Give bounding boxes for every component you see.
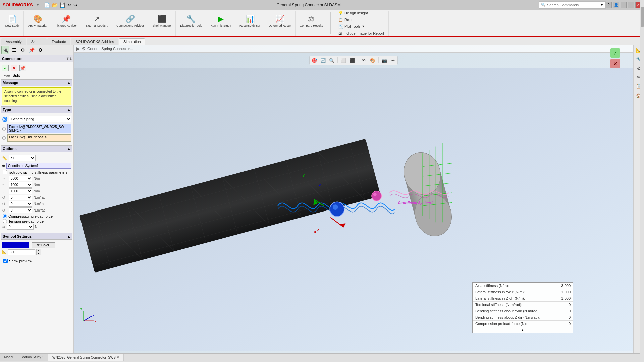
bottom-tab-wn2025[interactable]: WN2025_General Spring Connector_SWSIM: [48, 354, 124, 361]
tab-addins[interactable]: SOLIDWORKS Add-Ins: [71, 38, 118, 45]
size-down-button[interactable]: ▼: [36, 252, 41, 255]
new-icon[interactable]: 📄: [44, 2, 50, 8]
zoom-button[interactable]: 🔍: [328, 57, 335, 64]
stiffness-lateral-z-icon: ↕: [2, 189, 7, 194]
external-loads-button[interactable]: ↗ External Loads...: [84, 11, 110, 31]
connector-icon-btn[interactable]: 🔌: [1, 46, 9, 54]
edit-color-button[interactable]: Edit Color...: [32, 242, 55, 248]
filter-icon-btn[interactable]: ⚙: [19, 46, 27, 54]
tab-simulation[interactable]: Simulation: [119, 38, 145, 45]
viewport[interactable]: ▶ ⚙ General Spring Connector... 🎯 🔄 🔍 ⬜ …: [74, 45, 633, 353]
size-input[interactable]: [8, 249, 35, 255]
stiffness-select-3[interactable]: 0: [9, 195, 32, 200]
tab-evaluate[interactable]: Evaluate: [47, 38, 70, 45]
undo-icon[interactable]: ↩: [67, 2, 71, 8]
magenta-node: [372, 191, 381, 201]
rotate-button[interactable]: 🔄: [319, 57, 327, 64]
diagnostic-icon: 🔧: [186, 15, 196, 23]
search-input[interactable]: [547, 3, 599, 7]
save-icon[interactable]: 💾: [60, 2, 65, 8]
display-mode-button[interactable]: ⬜: [340, 57, 347, 64]
show-preview-checkbox[interactable]: [3, 259, 8, 263]
float-accept-button[interactable]: ✓: [610, 48, 620, 58]
deformed-button[interactable]: 📈 Deformed Result: [267, 11, 293, 31]
deformed-icon: 📈: [275, 15, 284, 23]
diagnostic-button[interactable]: 🔧 Diagnostic Tools: [178, 11, 204, 31]
fixtures-button[interactable]: 📌 Fixtures Advisor: [54, 11, 79, 31]
stiffness-unit-4: N.m/rad: [34, 202, 46, 206]
stiffness-select-2[interactable]: 1000: [9, 188, 32, 194]
list-icon-btn[interactable]: ☰: [10, 46, 18, 54]
type-section-header[interactable]: Type ▲: [1, 106, 72, 113]
new-study-button[interactable]: 📄 New Study: [3, 11, 21, 31]
options-section-header[interactable]: Options ▲: [1, 145, 72, 152]
unit-select[interactable]: SI IPS: [9, 155, 36, 161]
orient-view-button[interactable]: 🎯: [311, 57, 318, 64]
face1-input[interactable]: Face<1>@PM009387_WN2025_SW SIM<1>: [7, 124, 71, 133]
size-up-button[interactable]: ▲: [36, 249, 41, 252]
stiffness-select-5[interactable]: 0: [9, 207, 32, 213]
ribbon-group-deformed: 📈 Deformed Result: [265, 11, 296, 36]
redo-icon[interactable]: ↪: [73, 2, 77, 8]
shell-manager-button[interactable]: ⬛ Shell Manager: [151, 11, 173, 31]
type-value: Split: [13, 73, 20, 77]
fixtures-icon: 📌: [62, 15, 71, 23]
pin-panel-button[interactable]: 📌: [19, 65, 26, 71]
stiffness-select-4[interactable]: 0: [9, 201, 32, 207]
symbol-section-header[interactable]: Symbol Settings ▲: [1, 233, 72, 240]
info-icon[interactable]: ℹ: [70, 56, 71, 61]
apply-material-button[interactable]: 🎨 Apply Material: [26, 11, 49, 31]
pin-icon-btn[interactable]: 📌: [28, 46, 36, 54]
face1-row: ⬡ Face<1>@PM009387_WN2025_SW SIM<1>: [2, 124, 71, 133]
info-row-bending-y: Bending stiffness about Y-dir (N.m/rad):…: [473, 308, 573, 314]
preload-select[interactable]: 0: [7, 224, 34, 230]
face2-input[interactable]: Face<2>@End Piece<1>: [7, 134, 71, 142]
maximize-button[interactable]: □: [628, 2, 634, 8]
design-insight-button[interactable]: 💡 Design Insight: [337, 10, 386, 16]
bottom-tab-motion-study[interactable]: Motion Study 1: [17, 354, 48, 361]
results-button[interactable]: 📊 Results Advisor: [238, 11, 262, 31]
spring-type-select[interactable]: General Spring: [9, 116, 71, 122]
tab-sketch[interactable]: Sketch: [27, 38, 47, 45]
isotropic-checkbox[interactable]: [3, 170, 7, 174]
cancel-button[interactable]: ✕: [11, 65, 17, 71]
compression-radio[interactable]: [3, 214, 7, 218]
help-button[interactable]: ?: [606, 2, 612, 8]
scene-button[interactable]: ☀: [389, 57, 397, 64]
bottom-tab-model[interactable]: Model: [0, 354, 17, 361]
hide-show-button[interactable]: 👁: [360, 57, 368, 64]
open-icon[interactable]: 📂: [52, 2, 58, 8]
plot-tools-dropdown-icon[interactable]: ▼: [362, 25, 365, 28]
stiffness-unit-3: N.m/rad: [34, 196, 46, 199]
connections-button[interactable]: 🔗 Connections Advisor: [115, 11, 146, 31]
run-study-button[interactable]: ▶ Run This Study: [209, 11, 233, 31]
connectors-title: Connectors: [2, 57, 22, 61]
color-swatch[interactable]: [2, 242, 29, 248]
report-button[interactable]: 📋 Report: [337, 17, 386, 23]
compare-button[interactable]: ⚖ Compare Results: [298, 11, 325, 31]
section-view-button[interactable]: ⬛: [348, 57, 356, 64]
tension-radio[interactable]: [3, 219, 7, 223]
tab-assembly[interactable]: Assembly: [1, 38, 26, 45]
include-image-button[interactable]: 🖼 Include Image for Report: [337, 30, 386, 36]
stiffness-select-0[interactable]: 3000: [9, 176, 32, 181]
ribbon-group-fixtures: 📌 Fixtures Advisor: [52, 11, 81, 36]
stiffness-select-1[interactable]: 1000: [9, 182, 32, 188]
coord-system-input[interactable]: Coordinate System1: [6, 163, 71, 169]
search-dropdown-icon[interactable]: ▼: [600, 3, 603, 7]
camera-button[interactable]: 📷: [381, 57, 388, 64]
message-section-header[interactable]: Message ▲: [1, 79, 72, 86]
account-button[interactable]: 👤: [613, 2, 619, 8]
ribbon-group-apply-material: 🎨 Apply Material: [24, 11, 51, 36]
spring-type-row: 🌀 General Spring: [2, 115, 71, 123]
accept-button[interactable]: ✓: [2, 65, 9, 71]
plot-tools-button[interactable]: 📉 Plot Tools ▼: [337, 23, 386, 29]
minimize-button[interactable]: ─: [621, 2, 627, 8]
compression-radio-row: Compression preload force: [3, 214, 71, 218]
settings-icon-btn[interactable]: ⚙: [36, 46, 44, 54]
appearance-button[interactable]: 🎨: [369, 57, 376, 64]
info-box-scroll-up[interactable]: ▲: [473, 327, 573, 333]
search-box[interactable]: 🔍 ▼: [539, 1, 606, 9]
help-icon[interactable]: ?: [66, 56, 69, 61]
results-icon: 📊: [246, 15, 255, 23]
